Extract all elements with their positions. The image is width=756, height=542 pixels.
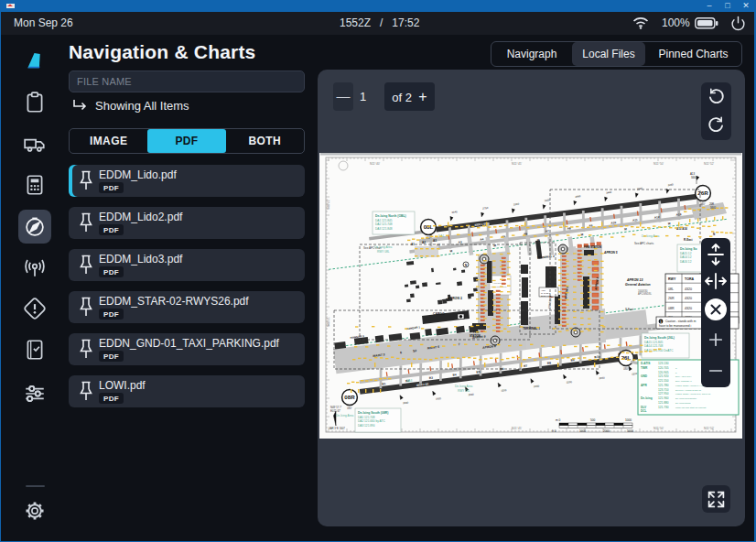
svg-text:N48°22': N48°22': [327, 199, 330, 210]
svg-text:121.780: 121.780: [658, 384, 669, 387]
svg-text:2240: 2240: [513, 202, 520, 207]
svg-text:26R: 26R: [668, 297, 675, 300]
svg-text:N11°45': N11°45': [512, 427, 522, 430]
svg-text:1510: 1510: [501, 388, 507, 393]
svg-text:De-Icing South (26L): De-Icing South (26L): [644, 336, 675, 340]
svg-text:General Aviation: General Aviation: [625, 283, 651, 287]
svg-text:121.730: 121.730: [658, 406, 669, 409]
svg-text:DCL: DCL: [641, 409, 647, 413]
svg-text:1: 1: [660, 320, 662, 324]
svg-text:A11: A11: [632, 218, 638, 222]
svg-text:EMY SORTDAL: EMY SORTDAL: [675, 380, 692, 383]
svg-text:N11°45': N11°45': [512, 162, 522, 166]
svg-text:GND: GND: [641, 374, 648, 378]
svg-text:N11°52': N11°52': [704, 162, 714, 166]
svg-text:4320: 4320: [685, 307, 692, 310]
svg-text:APRON N: APRON N: [492, 282, 503, 285]
svg-text:TORA: TORA: [685, 277, 695, 281]
svg-text:DA3: DA3: [406, 379, 412, 383]
svg-text:DA14 12: DA14 12: [680, 255, 692, 259]
svg-text:DA16 12: DA16 12: [680, 260, 692, 264]
svg-text:A12: A12: [654, 215, 661, 220]
svg-text:A2: A2: [422, 241, 426, 244]
svg-text:RWY 08L: RWY 08L: [377, 250, 390, 254]
svg-text:De-Icing So: De-Icing So: [680, 247, 697, 251]
svg-text:121.960: 121.960: [658, 396, 669, 400]
svg-text:FIRE STATION: FIRE STATION: [584, 245, 601, 249]
svg-text:500: 500: [590, 418, 596, 422]
svg-text:2040: 2040: [468, 392, 474, 396]
svg-text:5000: 5000: [627, 429, 633, 433]
svg-text:1920: 1920: [544, 198, 550, 202]
svg-text:N11°50': N11°50': [653, 162, 664, 166]
svg-text:DA2 121.748: DA2 121.748: [375, 222, 393, 226]
svg-text:RWY 26L: RWY 26L: [458, 389, 470, 393]
svg-text:De-Icing Area: De-Icing Area: [374, 245, 393, 249]
svg-text:123.130: 123.130: [658, 362, 669, 365]
svg-text:S-East: S-East: [625, 308, 633, 311]
svg-text:08L: 08L: [668, 287, 674, 291]
svg-text:VAR 3°E 1607: VAR 3°E 1607: [329, 427, 345, 430]
svg-text:E011°47': E011°47': [330, 409, 341, 413]
svg-text:initial call and start-up requ: initial call and start-up request: [675, 406, 707, 409]
svg-text:APC/GNDSL: APC/GNDSL: [638, 292, 653, 296]
svg-text:A4: A4: [480, 237, 484, 242]
svg-text:N11°40': N11°40': [370, 162, 380, 166]
svg-text:EMY ADC CWY: EMY ADC CWY: [675, 375, 692, 378]
svg-text:121.920: 121.920: [658, 374, 669, 378]
svg-text:120.905: 120.905: [658, 371, 669, 374]
svg-text:D-ATIS: D-ATIS: [641, 362, 650, 365]
svg-text:STATION: STATION: [470, 334, 481, 338]
svg-text:DA1 121.748: DA1 121.748: [358, 416, 375, 419]
svg-text:3440: 3440: [606, 190, 612, 195]
svg-text:4320: 4320: [685, 287, 692, 291]
svg-text:B8: B8: [547, 361, 552, 365]
svg-text:De-Icing: De-Icing: [641, 396, 653, 400]
svg-text:Caution - stands with m: Caution - stands with m: [665, 320, 697, 323]
svg-text:2240: 2240: [667, 182, 674, 187]
svg-text:have to be manoeuvred i: have to be manoeuvred i: [659, 324, 691, 328]
svg-text:De-Icing Ramp: De-Icing Ramp: [675, 402, 691, 405]
svg-text:De-Icing Area: De-Icing Area: [336, 414, 354, 417]
svg-text:08R: 08R: [668, 307, 675, 310]
svg-text:S2: S2: [413, 349, 417, 352]
svg-text:DA3 121.848: DA3 121.848: [375, 227, 393, 231]
svg-text:A13: A13: [675, 212, 682, 217]
svg-text:B4: B4: [452, 373, 457, 377]
svg-text:A3: A3: [433, 239, 437, 243]
svg-text:123.710: 123.710: [658, 388, 669, 392]
svg-text:DA3 121.890: DA3 121.890: [358, 424, 375, 428]
svg-text:08R: 08R: [344, 394, 355, 400]
svg-text:2990: 2990: [575, 194, 581, 199]
svg-text:R-East: R-East: [684, 238, 693, 242]
svg-text:TWR: TWR: [641, 366, 648, 370]
svg-text:2040: 2040: [534, 384, 540, 388]
svg-text:N48°21': N48°21': [327, 316, 330, 327]
svg-text:1600X30: 1600X30: [638, 289, 648, 293]
svg-text:3200: 3200: [566, 380, 572, 385]
svg-text:ft 0: ft 0: [552, 429, 556, 433]
svg-text:A3: A3: [458, 240, 462, 244]
svg-text:De-Icing Area: De-Icing Area: [455, 385, 473, 388]
svg-text:DLV: DLV: [641, 406, 647, 409]
svg-text:RWY: RWY: [668, 277, 676, 281]
svg-text:121.880: 121.880: [658, 401, 669, 405]
svg-text:B5: B5: [476, 370, 481, 374]
svg-text:DA15 12: DA15 12: [680, 252, 692, 255]
svg-text:APRON 1: APRON 1: [447, 297, 462, 300]
svg-text:Delivery Aprons 2 and 13: Delivery Aprons 2 and 13: [675, 389, 702, 392]
svg-text:2990: 2990: [637, 187, 643, 191]
svg-text:080°: 080°: [623, 367, 628, 371]
svg-text:DA15 121.845: DA15 121.845: [644, 341, 664, 344]
svg-text:3440: 3440: [691, 176, 697, 179]
svg-text:121.550: 121.550: [658, 379, 669, 383]
svg-text:CARGO: CARGO: [433, 312, 445, 316]
svg-text:4320: 4320: [685, 297, 692, 300]
svg-text:DA14 121.748: DA14 121.748: [644, 344, 664, 348]
svg-text:APR: APR: [641, 384, 647, 387]
svg-text:N11°50': N11°50': [653, 427, 664, 430]
svg-text:127.950: 127.950: [658, 392, 669, 396]
svg-text:2750: 2750: [482, 206, 489, 211]
svg-text:APRON 13: APRON 13: [626, 278, 643, 282]
svg-text:LNDG GNDL Aprons 2-5, Rwys 13: LNDG GNDL Aprons 2-5, Rwys 13: [675, 393, 711, 396]
